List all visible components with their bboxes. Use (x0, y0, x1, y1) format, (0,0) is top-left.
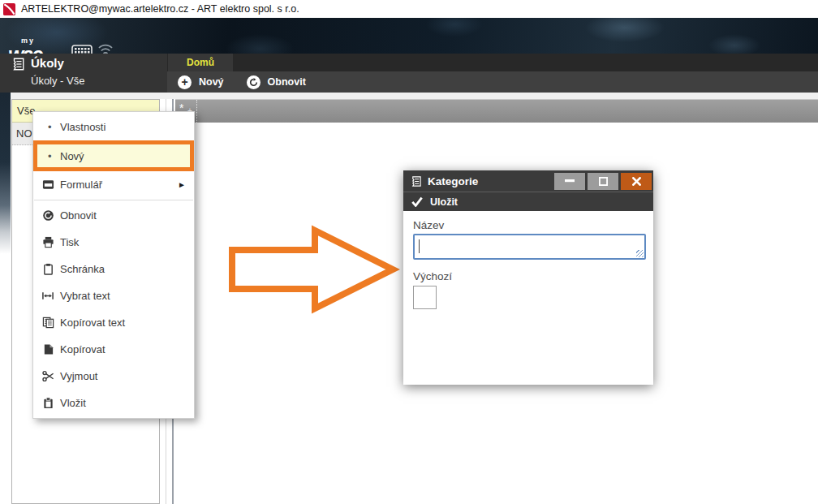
page-top-strip (0, 93, 818, 99)
minimize-button[interactable] (554, 173, 585, 190)
copy-text-icon (41, 317, 54, 330)
close-button[interactable] (621, 173, 652, 190)
select-text-icon (41, 290, 54, 303)
menu-item-label: Tisk (60, 236, 79, 248)
submenu-arrow-icon: ► (178, 180, 186, 189)
left-background-strip (0, 93, 11, 259)
module-header: Úkoly Úkoly - Vše (0, 54, 167, 93)
menu-item-label: Schránka (60, 263, 105, 275)
window-title: ARTELEKTRO@mywac.artelektro.cz - ART ele… (21, 3, 299, 15)
menu-item-formular[interactable]: Formulář ► (33, 171, 194, 198)
menu-item-label: Vybrat text (60, 290, 110, 302)
menu-item-vyjmout[interactable]: Vyjmout (33, 363, 194, 390)
menu-item-obnovit[interactable]: Obnovit (33, 202, 194, 229)
ribbon-toolbar: + Nový Obnovit (167, 71, 818, 93)
menu-item-vlastnosti[interactable]: • Vlastnosti (33, 114, 194, 140)
new-button-label: Nový (199, 76, 224, 88)
maximize-button[interactable] (588, 173, 618, 190)
new-button[interactable]: + Nový (178, 75, 224, 89)
refresh-button[interactable]: Obnovit (247, 75, 306, 89)
menu-separator (34, 200, 193, 200)
check-icon (411, 196, 423, 207)
menu-item-label: Formulář (60, 179, 102, 191)
grid-column-divider (196, 100, 197, 123)
save-button[interactable]: Uložit (411, 196, 458, 208)
app-header: mywac (0, 18, 818, 54)
tasks-icon (11, 57, 25, 71)
annotation-arrow-icon (226, 224, 400, 317)
module-title: Úkoly (31, 56, 64, 70)
module-subtitle: Úkoly - Vše (31, 75, 84, 87)
context-menu: • Vlastnosti • Nový Formulář ► Obnovit (32, 111, 195, 419)
ribbon-tab-row: Domů (167, 54, 818, 71)
dialog-title: Kategorie (428, 175, 478, 187)
grid-header-bar: * + (175, 99, 818, 123)
sidebar-item-label: NO (16, 127, 32, 140)
dialog-window-buttons (554, 173, 652, 190)
dialog-titlebar[interactable]: Kategorie (403, 170, 653, 192)
menu-item-label: Obnovit (60, 209, 97, 222)
text-caret (419, 239, 420, 253)
bullet-icon: • (48, 150, 54, 162)
tab-home-label: Domů (187, 57, 214, 68)
scissors-icon (41, 370, 54, 383)
menu-item-label: Vyjmout (60, 370, 97, 382)
os-titlebar: ARTELEKTRO@mywac.artelektro.cz - ART ele… (0, 0, 818, 18)
menu-item-vybrat-text[interactable]: Vybrat text (33, 282, 194, 309)
menu-item-label: Vložit (60, 397, 86, 409)
app-window: ARTELEKTRO@mywac.artelektro.cz - ART ele… (0, 0, 818, 504)
menu-item-schranka[interactable]: Schránka (33, 256, 194, 282)
default-checkbox[interactable] (413, 286, 437, 309)
name-input[interactable] (413, 234, 646, 260)
dialog-toolbar: Uložit (403, 192, 653, 211)
kategorie-dialog: Kategorie Uložit Název (403, 170, 653, 385)
menu-item-tisk[interactable]: Tisk (33, 229, 194, 256)
refresh-circle-icon (247, 75, 260, 89)
minimize-icon (565, 179, 575, 183)
refresh-icon (41, 209, 54, 222)
menu-item-kopirovat[interactable]: Kopírovat (33, 336, 194, 363)
menu-item-vlozit[interactable]: Vložit (33, 390, 194, 416)
resize-handle-icon[interactable] (636, 250, 644, 257)
plus-circle-icon: + (178, 75, 192, 89)
dialog-body: Název Výchozí (403, 211, 653, 385)
menu-item-label: Vlastnosti (60, 121, 105, 133)
menu-item-kopirovat-text[interactable]: Kopírovat text (33, 309, 194, 336)
tab-home[interactable]: Domů (168, 54, 233, 71)
bullet-icon: • (48, 121, 54, 133)
copy-icon (41, 343, 54, 356)
printer-icon (41, 236, 54, 249)
form-icon (41, 179, 54, 192)
app-logo-icon (3, 3, 15, 15)
save-button-label: Uložit (430, 196, 458, 208)
menu-item-novy[interactable]: • Nový (33, 140, 194, 171)
name-field-label: Název (413, 219, 644, 231)
refresh-button-label: Obnovit (268, 76, 306, 88)
paste-icon (41, 397, 54, 410)
menu-item-label: Nový (60, 150, 84, 162)
clipboard-icon (41, 263, 54, 276)
menu-item-label: Kopírovat (60, 343, 105, 355)
kategorie-icon (410, 175, 422, 187)
close-icon (632, 177, 641, 186)
maximize-icon (599, 177, 608, 186)
menu-item-label: Kopírovat text (60, 317, 125, 329)
default-field-label: Výchozí (413, 270, 644, 282)
